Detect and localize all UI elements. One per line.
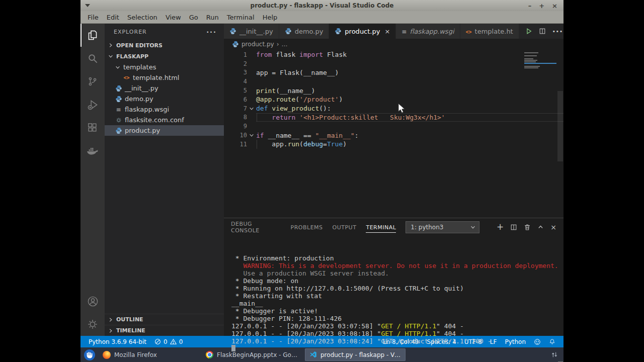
file-item-demo-py[interactable]: demo.py bbox=[105, 94, 224, 104]
code-line-1[interactable]: 1from flask import Flask bbox=[224, 50, 564, 59]
line-number: 9 bbox=[224, 123, 247, 130]
vscode-window: product.py - flaskapp - Visual Studio Co… bbox=[80, 0, 564, 362]
split-terminal-button[interactable] bbox=[510, 224, 517, 231]
minimize-button[interactable]: – bbox=[528, 3, 532, 9]
taskbar-item-firefox[interactable]: Mozilla Firefox bbox=[99, 348, 199, 361]
file-item-flaskapp-wsgi[interactable]: ≡flaskapp.wsgi bbox=[105, 104, 224, 115]
activity-settings[interactable] bbox=[80, 313, 105, 336]
file-item-template-html[interactable]: <>template.html bbox=[105, 72, 224, 83]
panel-actions: +× bbox=[489, 223, 556, 231]
warnings-icon bbox=[170, 338, 177, 345]
search-icon bbox=[87, 53, 99, 64]
tab-demo-py[interactable]: demo.py bbox=[279, 24, 330, 39]
tab-flaskapp-wsgi[interactable]: ≡flaskapp.wsgi bbox=[396, 24, 460, 39]
terminal-selector[interactable]: 1: python3 bbox=[406, 221, 479, 233]
code-line-10[interactable]: 10if __name__ == "__main__": bbox=[224, 131, 564, 140]
activity-source-control[interactable] bbox=[80, 70, 105, 93]
terminal-line: * Debugger is active! bbox=[231, 307, 564, 315]
file-item-templates[interactable]: templates bbox=[105, 62, 224, 72]
tab-template-ht[interactable]: <>template.ht bbox=[460, 24, 519, 39]
code-token: ( bbox=[299, 140, 303, 148]
menu-file[interactable]: File bbox=[84, 13, 103, 22]
close-button[interactable]: × bbox=[552, 3, 557, 9]
main-area: EXPLORER ··· OPEN EDITORSFLASKAPPtemplat… bbox=[80, 24, 564, 336]
file-label: flaskapp.wsgi bbox=[125, 106, 169, 113]
panel-tab-problems[interactable]: PROBLEMS bbox=[291, 222, 323, 233]
new-terminal-button[interactable]: + bbox=[497, 224, 504, 230]
code-token: Flask bbox=[323, 51, 347, 58]
code-line-4[interactable]: 4 bbox=[224, 77, 564, 86]
line-number: 7 bbox=[224, 105, 247, 112]
minimap-line bbox=[524, 66, 540, 67]
kill-terminal-button[interactable] bbox=[524, 224, 531, 231]
editor[interactable]: 1from flask import Flask23app = Flask(__… bbox=[224, 50, 564, 218]
maximize-button[interactable]: + bbox=[539, 3, 544, 9]
panel-tab-terminal[interactable]: TERMINAL bbox=[366, 222, 396, 233]
section-outline[interactable]: OUTLINE bbox=[105, 314, 224, 325]
tab-close-icon[interactable]: × bbox=[384, 28, 390, 35]
code-line-8[interactable]: 8 return '<h1>Product:skillet Sku:Wg3x</… bbox=[224, 113, 564, 122]
menu-help[interactable]: Help bbox=[259, 13, 282, 22]
section-folder-flaskapp[interactable]: FLASKAPP bbox=[105, 51, 224, 62]
terminal-text: 127.0.0.1 - - [20/Jan/2023 03:08:18] " bbox=[231, 330, 381, 337]
minimap-line bbox=[524, 63, 556, 64]
menu-terminal[interactable]: Terminal bbox=[223, 13, 259, 22]
file-item-flasksite-com-conf[interactable]: flasksite.com.conf bbox=[105, 115, 224, 125]
code-token: ( bbox=[295, 96, 299, 103]
code-text bbox=[256, 122, 564, 131]
section-timeline[interactable]: TIMELINE bbox=[105, 325, 224, 336]
menu-run[interactable]: Run bbox=[202, 13, 223, 22]
code-line-7[interactable]: 7def view_product(): bbox=[224, 104, 564, 113]
tabbar: __init__.pydemo.pyproduct.py×≡flaskapp.w… bbox=[224, 24, 564, 39]
code-token: if bbox=[256, 132, 264, 139]
section-open-editors[interactable]: OPEN EDITORS bbox=[105, 40, 224, 51]
code-line-3[interactable]: 3app = Flask(__name__) bbox=[224, 68, 564, 77]
window-title: product.py - flaskapp - Visual Studio Co… bbox=[80, 2, 564, 9]
file-item-product-py[interactable]: product.py bbox=[105, 125, 224, 136]
window-controls: – + × bbox=[528, 3, 564, 9]
activity-account[interactable] bbox=[80, 290, 105, 313]
menu-edit[interactable]: Edit bbox=[103, 13, 123, 22]
tab-product-py[interactable]: product.py× bbox=[329, 24, 396, 39]
breadcrumb[interactable]: product.py › … bbox=[224, 39, 564, 50]
panel-tab-debug-console[interactable]: DEBUG CONSOLE bbox=[231, 218, 281, 236]
code-line-11[interactable]: 11 app.run(debug=True) bbox=[224, 140, 564, 149]
panel-tab-output[interactable]: OUTPUT bbox=[333, 222, 357, 233]
run-button[interactable] bbox=[525, 28, 532, 35]
code-line-6[interactable]: 6@app.route('/product') bbox=[224, 95, 564, 104]
activity-extensions[interactable] bbox=[80, 116, 105, 139]
menu-view[interactable]: View bbox=[162, 13, 185, 22]
python-version[interactable]: Python 3.6.9 64-bit bbox=[85, 336, 150, 347]
file-item--init-py[interactable]: __init__.py bbox=[105, 83, 224, 94]
source-control-icon bbox=[87, 76, 98, 87]
minimap[interactable] bbox=[524, 52, 556, 69]
problems[interactable]: 00 bbox=[150, 336, 187, 347]
terminal[interactable]: * Environment: production WARNING: This … bbox=[224, 236, 564, 362]
terminal-text: __main__ bbox=[231, 300, 263, 307]
tab--init-py[interactable]: __init__.py bbox=[224, 24, 279, 39]
breadcrumb-file[interactable]: product.py bbox=[242, 41, 274, 48]
split-editor-button[interactable] bbox=[539, 28, 546, 35]
terminal-text: * Running on http://127.0.0.1:5000/ (Pre… bbox=[231, 285, 464, 292]
code-line-2[interactable]: 2 bbox=[224, 59, 564, 68]
activity-run-debug[interactable] bbox=[80, 93, 105, 116]
menu-go[interactable]: Go bbox=[185, 13, 202, 22]
more-actions-button[interactable]: ··· bbox=[552, 27, 563, 36]
window-shade-icon[interactable] bbox=[85, 4, 90, 7]
explorer-more-actions-icon[interactable]: ··· bbox=[206, 28, 217, 36]
start-menu-button[interactable] bbox=[83, 348, 96, 361]
code-line-5[interactable]: 5print(__name__) bbox=[224, 86, 564, 95]
menu-selection[interactable]: Selection bbox=[123, 13, 162, 22]
activity-search[interactable] bbox=[80, 47, 105, 70]
breadcrumb-more[interactable]: … bbox=[282, 41, 288, 48]
editor-scrollbar[interactable] bbox=[557, 91, 563, 161]
maximize-panel-button[interactable] bbox=[537, 224, 544, 230]
explorer-header: EXPLORER ··· bbox=[105, 24, 224, 40]
line-number: 2 bbox=[224, 60, 247, 67]
code-line-9[interactable]: 9 bbox=[224, 122, 564, 131]
terminal-line: 127.0.0.1 - - [20/Jan/2023 03:08:18] "GE… bbox=[231, 330, 564, 337]
activity-explorer[interactable] bbox=[80, 24, 105, 47]
html-icon: <> bbox=[466, 28, 472, 35]
activity-docker[interactable] bbox=[80, 139, 105, 162]
close-panel-button[interactable]: × bbox=[550, 223, 556, 231]
